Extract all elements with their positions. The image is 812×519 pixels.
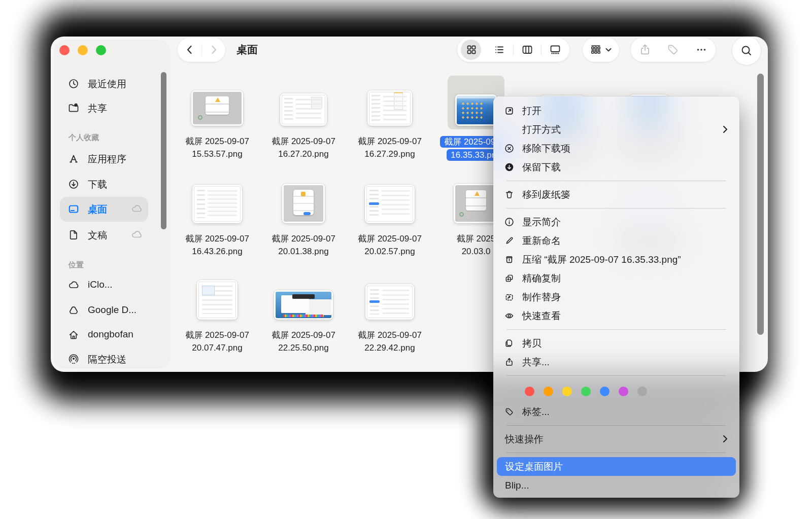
view-gallery-button[interactable] bbox=[542, 38, 569, 62]
file-item[interactable]: 截屏 2025-09-0716.43.26.png bbox=[177, 176, 258, 258]
zoom-button[interactable] bbox=[96, 45, 106, 55]
tag-red[interactable] bbox=[525, 387, 534, 396]
menu-item-label: 快速操作 bbox=[505, 433, 544, 446]
file-thumbnail bbox=[191, 90, 243, 126]
menu-item-make-alias[interactable]: 制作替身 bbox=[493, 288, 739, 306]
file-name-line2: 15.53.57.png bbox=[185, 148, 249, 160]
close-button[interactable] bbox=[59, 45, 70, 55]
tag-button[interactable] bbox=[659, 43, 688, 56]
sidebar-item-label: 桌面 bbox=[88, 203, 107, 216]
document-icon bbox=[68, 229, 79, 240]
sidebar-section-locations: 位置 bbox=[69, 260, 84, 270]
sidebar-item-label: iClo... bbox=[88, 279, 113, 290]
tag-icon bbox=[503, 406, 515, 418]
sidebar-item-icloud[interactable]: iClo... bbox=[55, 275, 170, 295]
file-name-line1: 截屏 2025-09-07 bbox=[185, 329, 249, 341]
menu-item-open-with[interactable]: 打开方式 bbox=[493, 120, 739, 139]
menu-item-share[interactable]: 共享... bbox=[493, 353, 739, 371]
menu-item-open[interactable]: 打开 bbox=[493, 101, 739, 120]
menu-item-set-desktop-picture[interactable]: 设定桌面图片 bbox=[497, 457, 736, 476]
file-name-line2: 16.27.20.png bbox=[272, 148, 335, 160]
menu-item-blip[interactable]: Blip... bbox=[493, 476, 739, 495]
copy-icon bbox=[503, 337, 515, 349]
file-thumbnail bbox=[454, 184, 498, 223]
menu-item-label: 移除下载项 bbox=[522, 142, 570, 155]
search-button[interactable] bbox=[732, 37, 761, 65]
file-name-line1: 截屏 2025-09-07 bbox=[272, 329, 335, 341]
desktop-icon bbox=[68, 203, 79, 215]
menu-item-compress[interactable]: 压缩 “截屏 2025-09-07 16.35.33.png” bbox=[493, 250, 739, 269]
file-item[interactable]: 截屏 2025-09-0715.53.57.png bbox=[177, 78, 258, 160]
forward-button[interactable] bbox=[201, 44, 225, 56]
menu-item-label: 显示简介 bbox=[522, 216, 561, 229]
sidebar-item-google-drive[interactable]: Google D... bbox=[55, 300, 170, 321]
file-item[interactable]: 截屏 2025-09-0722.29.42.png bbox=[349, 272, 430, 354]
file-name-line1: 截屏 2025-09-07 bbox=[185, 232, 249, 245]
tag-gray[interactable] bbox=[637, 387, 647, 396]
file-item[interactable]: 截屏 2025-09-0720.01.38.png bbox=[263, 176, 344, 258]
view-grid-button[interactable] bbox=[457, 38, 485, 62]
sidebar-item-downloads[interactable]: 下载 bbox=[55, 174, 170, 194]
sidebar-item-desktop[interactable]: 桌面 bbox=[55, 199, 170, 219]
file-thumbnail bbox=[455, 94, 497, 126]
sidebar-item-documents[interactable]: 文稿 bbox=[55, 225, 170, 245]
sidebar-item-label: 最近使用 bbox=[88, 78, 126, 91]
compress-icon bbox=[503, 254, 515, 265]
file-item[interactable]: 截屏 2025-09-0722.25.50.png bbox=[263, 272, 344, 354]
menu-item-get-info[interactable]: 显示简介 bbox=[493, 213, 739, 231]
file-name-line2: 20.07.47.png bbox=[185, 341, 249, 354]
menu-item-label: Blip... bbox=[505, 480, 529, 491]
sidebar-item-label: 隔空投送 bbox=[88, 353, 126, 366]
sidebar-item-shared[interactable]: 共享 bbox=[55, 98, 170, 118]
file-name-line1: 截屏 2025-09-07 bbox=[272, 135, 335, 148]
menu-item-label: 压缩 “截屏 2025-09-07 16.35.33.png” bbox=[522, 253, 681, 266]
view-columns-button[interactable] bbox=[514, 38, 542, 62]
sidebar-section-favorites: 个人收藏 bbox=[69, 133, 99, 143]
group-by-button[interactable] bbox=[583, 38, 619, 62]
menu-item-duplicate[interactable]: 精确复制 bbox=[493, 269, 739, 288]
menu-item-quick-actions[interactable]: 快速操作 bbox=[493, 430, 739, 448]
tag-green[interactable] bbox=[581, 387, 591, 396]
menu-item-keep-download[interactable]: 保留下载 bbox=[493, 158, 739, 177]
minimize-button[interactable] bbox=[78, 45, 88, 55]
file-name-line2: 16.27.29.png bbox=[358, 148, 422, 160]
file-thumbnail bbox=[274, 290, 333, 320]
file-item[interactable]: 截屏 2025-09-0720.07.47.png bbox=[177, 272, 258, 354]
more-button[interactable] bbox=[687, 43, 716, 56]
file-item[interactable]: 截屏 2025-09-0720.02.57.png bbox=[349, 176, 430, 258]
file-item[interactable]: 截屏 2025-09-0716.27.20.png bbox=[263, 78, 344, 160]
view-list-button[interactable] bbox=[485, 38, 513, 62]
quicklook-eye-icon bbox=[503, 310, 515, 322]
file-thumbnail bbox=[365, 284, 414, 320]
tag-purple[interactable] bbox=[619, 387, 628, 396]
menu-item-label: 打开 bbox=[522, 105, 542, 118]
file-thumbnail bbox=[282, 184, 325, 223]
back-button[interactable] bbox=[178, 44, 201, 56]
share-button[interactable] bbox=[631, 43, 659, 56]
clock-icon bbox=[68, 78, 79, 89]
menu-item-tags[interactable]: 标签... bbox=[493, 402, 739, 421]
alias-icon bbox=[503, 291, 515, 303]
content-scrollbar[interactable] bbox=[757, 74, 764, 335]
menu-item-quick-look[interactable]: 快速查看 bbox=[493, 306, 739, 325]
menu-item-remove-download[interactable]: 移除下载项 bbox=[493, 139, 739, 158]
menu-item-move-to-trash[interactable]: 移到废纸篓 bbox=[493, 185, 739, 204]
tag-orange[interactable] bbox=[544, 387, 553, 396]
file-item[interactable]: 截屏 2025-09-0716.27.29.png bbox=[349, 78, 430, 160]
tag-yellow[interactable] bbox=[562, 387, 572, 396]
menu-item-label: 精确复制 bbox=[522, 272, 561, 285]
menu-item-copy[interactable]: 拷贝 bbox=[493, 334, 739, 353]
rename-icon bbox=[503, 235, 515, 247]
sidebar-scrollbar[interactable] bbox=[161, 72, 166, 229]
sidebar-item-applications[interactable]: 应用程序 bbox=[55, 149, 170, 169]
menu-item-rename[interactable]: 重新命名 bbox=[493, 231, 739, 250]
sidebar-item-label: Google D... bbox=[88, 304, 137, 316]
menu-item-label: 快速查看 bbox=[522, 309, 561, 323]
sidebar-item-airdrop[interactable]: 隔空投送 bbox=[55, 349, 170, 368]
sidebar-item-label: 文稿 bbox=[88, 229, 107, 242]
context-menu: 打开 打开方式 移除下载项 保留下载 移到废纸篓 显示简介 重新命名 bbox=[493, 96, 739, 498]
tag-blue[interactable] bbox=[600, 387, 610, 396]
nav-buttons bbox=[178, 38, 225, 62]
sidebar-item-recents[interactable]: 最近使用 bbox=[55, 74, 170, 94]
sidebar-item-home[interactable]: dongbofan bbox=[55, 325, 170, 345]
